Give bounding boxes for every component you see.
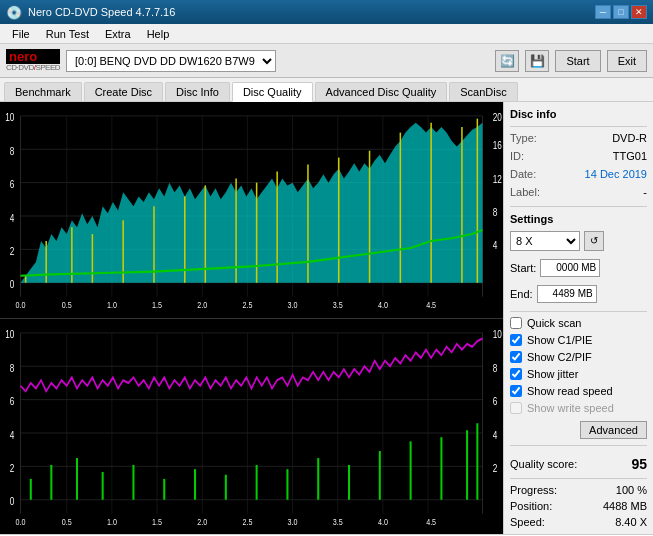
nero-sub-logo: CD·DVD/SPEED	[6, 64, 60, 72]
nero-logo: nero	[6, 49, 60, 64]
label-value: -	[643, 186, 647, 198]
end-mb-row: End:	[510, 285, 647, 303]
quality-score-row: Quality score: 95	[510, 456, 647, 472]
svg-text:2: 2	[493, 461, 498, 474]
svg-text:4.5: 4.5	[426, 515, 436, 526]
svg-text:3.0: 3.0	[288, 515, 298, 526]
show-c1-row: Show C1/PIE	[510, 334, 647, 346]
advanced-button[interactable]: Advanced	[580, 421, 647, 439]
show-write-speed-row: Show write speed	[510, 402, 647, 414]
nero-logo-area: nero CD·DVD/SPEED	[6, 49, 60, 72]
svg-text:4.5: 4.5	[426, 299, 436, 310]
svg-text:2: 2	[10, 245, 15, 258]
top-chart-svg: 10 8 6 4 2 0 20 16 12 8 4 0.0 0.5 1.0 1.…	[0, 102, 503, 318]
show-jitter-label: Show jitter	[527, 368, 578, 380]
svg-text:3.0: 3.0	[288, 299, 298, 310]
svg-text:8: 8	[10, 145, 15, 158]
save-button[interactable]: 💾	[525, 50, 549, 72]
exit-button[interactable]: Exit	[607, 50, 647, 72]
svg-text:12: 12	[493, 172, 502, 185]
speed-select[interactable]: 8 X	[510, 231, 580, 251]
quick-scan-row: Quick scan	[510, 317, 647, 329]
show-c1-checkbox[interactable]	[510, 334, 522, 346]
tab-bar: Benchmark Create Disc Disc Info Disc Qua…	[0, 78, 653, 102]
disc-date-row: Date: 14 Dec 2019	[510, 168, 647, 180]
show-c2-checkbox[interactable]	[510, 351, 522, 363]
show-c1-label: Show C1/PIE	[527, 334, 592, 346]
toolbar: nero CD·DVD/SPEED [0:0] BENQ DVD DD DW16…	[0, 44, 653, 78]
start-button[interactable]: Start	[555, 50, 600, 72]
disc-id-row: ID: TTG01	[510, 150, 647, 162]
maximize-button[interactable]: □	[613, 5, 629, 19]
svg-text:4.0: 4.0	[378, 515, 388, 526]
svg-text:4: 4	[493, 239, 498, 252]
id-value: TTG01	[613, 150, 647, 162]
end-mb-label: End:	[510, 288, 533, 300]
menu-help[interactable]: Help	[139, 26, 178, 42]
settings-refresh-btn[interactable]: ↺	[584, 231, 604, 251]
quick-scan-checkbox[interactable]	[510, 317, 522, 329]
quality-score-value: 95	[631, 456, 647, 472]
menu-file[interactable]: File	[4, 26, 38, 42]
show-write-speed-label: Show write speed	[527, 402, 614, 414]
bottom-chart-svg: 10 8 6 4 2 0 10 8 6 4 2 0.0 0.5 1.0 1.5 …	[0, 319, 503, 535]
show-jitter-checkbox[interactable]	[510, 368, 522, 380]
tab-scan-disc[interactable]: ScanDisc	[449, 82, 517, 101]
tab-advanced-disc-quality[interactable]: Advanced Disc Quality	[315, 82, 448, 101]
id-label: ID:	[510, 150, 524, 162]
tab-benchmark[interactable]: Benchmark	[4, 82, 82, 101]
end-mb-input[interactable]	[537, 285, 597, 303]
start-mb-input[interactable]	[540, 259, 600, 277]
bottom-chart-container: 10 8 6 4 2 0 10 8 6 4 2 0.0 0.5 1.0 1.5 …	[0, 318, 503, 535]
svg-text:4: 4	[10, 211, 15, 224]
disc-type-row: Type: DVD-R	[510, 132, 647, 144]
svg-text:8: 8	[493, 361, 498, 374]
speed-label: Speed:	[510, 516, 545, 528]
drive-select-area: [0:0] BENQ DVD DD DW1620 B7W9	[66, 50, 489, 72]
drive-dropdown[interactable]: [0:0] BENQ DVD DD DW1620 B7W9	[66, 50, 276, 72]
window-controls: ─ □ ✕	[595, 5, 647, 19]
progress-value: 100 %	[616, 484, 647, 496]
date-label: Date:	[510, 168, 536, 180]
svg-text:2.5: 2.5	[242, 515, 252, 526]
tab-create-disc[interactable]: Create Disc	[84, 82, 163, 101]
menu-run-test[interactable]: Run Test	[38, 26, 97, 42]
svg-text:2.5: 2.5	[242, 299, 252, 310]
refresh-button[interactable]: 🔄	[495, 50, 519, 72]
top-chart-container: 10 8 6 4 2 0 20 16 12 8 4 0.0 0.5 1.0 1.…	[0, 102, 503, 318]
tab-disc-info[interactable]: Disc Info	[165, 82, 230, 101]
advanced-btn-container: Advanced	[510, 419, 647, 439]
nero-logo-text: nero	[9, 49, 37, 64]
show-jitter-row: Show jitter	[510, 368, 647, 380]
svg-text:10: 10	[5, 111, 15, 124]
settings-title: Settings	[510, 213, 647, 225]
show-read-speed-row: Show read speed	[510, 385, 647, 397]
position-label: Position:	[510, 500, 552, 512]
show-read-speed-label: Show read speed	[527, 385, 613, 397]
start-mb-row: Start:	[510, 259, 647, 277]
show-c2-label: Show C2/PIF	[527, 351, 592, 363]
tab-disc-quality[interactable]: Disc Quality	[232, 82, 313, 102]
menu-bar: File Run Test Extra Help	[0, 24, 653, 44]
svg-text:16: 16	[493, 139, 502, 152]
svg-text:0.5: 0.5	[62, 515, 72, 526]
main-content: 10 8 6 4 2 0 20 16 12 8 4 0.0 0.5 1.0 1.…	[0, 102, 653, 534]
svg-text:0: 0	[10, 495, 15, 508]
svg-text:0: 0	[10, 278, 15, 291]
chart-area: 10 8 6 4 2 0 20 16 12 8 4 0.0 0.5 1.0 1.…	[0, 102, 503, 534]
svg-text:3.5: 3.5	[333, 299, 343, 310]
title-bar-left: 💿 Nero CD-DVD Speed 4.7.7.16	[6, 5, 175, 20]
speed-info-row: Speed: 8.40 X	[510, 516, 647, 528]
position-row: Position: 4488 MB	[510, 500, 647, 512]
svg-text:1.5: 1.5	[152, 299, 162, 310]
minimize-button[interactable]: ─	[595, 5, 611, 19]
show-read-speed-checkbox[interactable]	[510, 385, 522, 397]
quick-scan-label: Quick scan	[527, 317, 581, 329]
show-write-speed-checkbox[interactable]	[510, 402, 522, 414]
menu-extra[interactable]: Extra	[97, 26, 139, 42]
svg-text:10: 10	[493, 328, 503, 341]
close-button[interactable]: ✕	[631, 5, 647, 19]
svg-text:4: 4	[10, 428, 15, 441]
svg-text:8: 8	[493, 206, 498, 219]
type-value: DVD-R	[612, 132, 647, 144]
